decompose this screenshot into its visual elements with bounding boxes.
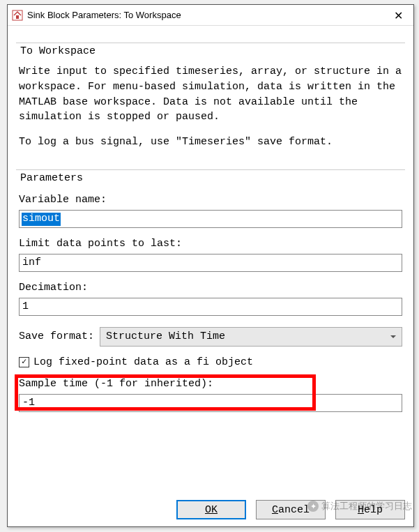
save-format-label: Save format: — [19, 330, 94, 342]
limit-points-label: Limit data points to last: — [19, 238, 402, 250]
description-p1: Write input to specified timeseries, arr… — [19, 64, 402, 125]
decimation-input[interactable] — [19, 298, 402, 316]
titlebar[interactable]: Sink Block Parameters: To Workspace ✕ — [8, 5, 413, 26]
section-to-workspace: To Workspace Write input to specified ti… — [16, 37, 405, 162]
save-format-dropdown[interactable]: Structure With Time — [100, 327, 402, 347]
description-p2: To log a bus signal, use "Timeseries" sa… — [19, 135, 402, 150]
dialog-window: Sink Block Parameters: To Workspace ✕ To… — [7, 4, 414, 527]
watermark: ✦ 算法工程师的学习日志 — [307, 500, 412, 512]
svg-rect-1 — [16, 15, 19, 19]
log-fixed-checkbox[interactable]: ✓ — [19, 357, 29, 367]
decimation-label: Decimation: — [19, 282, 402, 294]
log-fixed-row: ✓ Log fixed-point data as a fi object — [19, 356, 402, 368]
save-format-row: Save format: Structure With Time — [19, 327, 402, 347]
app-icon — [12, 10, 23, 21]
parameters-title: Parameters — [20, 172, 86, 184]
limit-points-input[interactable] — [19, 254, 402, 272]
watermark-icon: ✦ — [307, 501, 319, 512]
close-icon: ✕ — [394, 9, 403, 22]
watermark-text: 算法工程师的学习日志 — [321, 500, 412, 512]
sample-time-label: Sample time (-1 for inherited): — [19, 378, 402, 390]
window-title: Sink Block Parameters: To Workspace — [27, 10, 181, 20]
dialog-content: To Workspace Write input to specified ti… — [8, 26, 413, 420]
section-title: To Workspace — [20, 45, 98, 57]
ok-button[interactable]: OK — [176, 500, 246, 519]
save-format-value: Structure With Time — [106, 330, 225, 342]
variable-name-input[interactable] — [19, 210, 402, 228]
close-button[interactable]: ✕ — [383, 5, 413, 26]
description: Write input to specified timeseries, arr… — [19, 64, 402, 150]
sample-time-input[interactable] — [19, 394, 402, 412]
log-fixed-label: Log fixed-point data as a fi object — [33, 356, 253, 368]
section-parameters: Parameters Variable name: simout Limit d… — [16, 164, 405, 415]
chevron-down-icon — [390, 335, 396, 338]
variable-name-selection: simout — [22, 213, 61, 226]
variable-name-label: Variable name: — [19, 194, 402, 206]
